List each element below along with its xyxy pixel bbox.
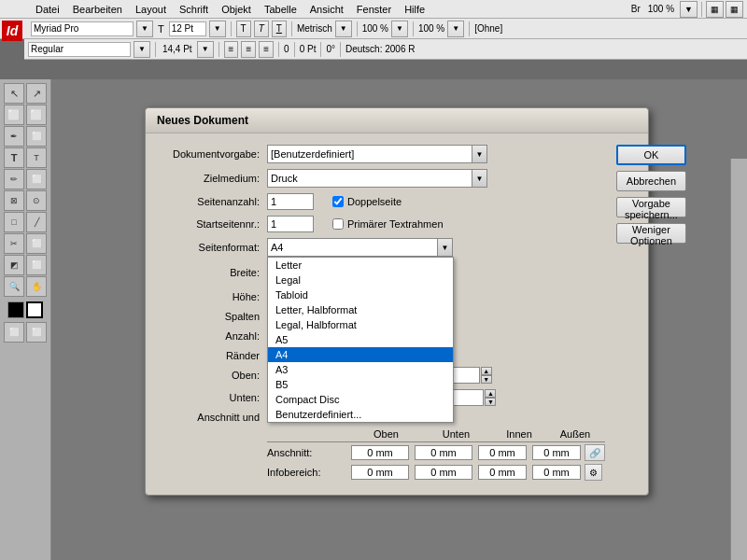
main-area: Neues Dokument Dokumentvorgabe: [Benutze… xyxy=(51,79,747,560)
dokumentvorgabe-select[interactable]: [Benutzerdefiniert] ▼ xyxy=(267,145,487,163)
menu-bearbeiten[interactable]: Bearbeiten xyxy=(67,2,128,17)
infobereich-unten-input[interactable] xyxy=(415,465,472,480)
pencil-tool[interactable]: ✏ xyxy=(4,169,24,189)
menu-hilfe[interactable]: Hilfe xyxy=(399,2,430,17)
seitenformat-value[interactable]: A4 xyxy=(267,238,438,257)
infobereich-oben-input[interactable] xyxy=(351,465,409,480)
anschnitt-unten-input[interactable] xyxy=(415,445,472,460)
seitenformat-wrapper: A4 ▼ Letter Legal Tabloid Letter, Halbfo… xyxy=(267,238,453,257)
seitenanzahl-input[interactable] xyxy=(267,193,314,210)
menu-ansicht[interactable]: Ansicht xyxy=(304,2,349,17)
raender-label: Ränder xyxy=(157,350,260,361)
seitenformat-select[interactable]: A4 ▼ xyxy=(267,238,453,257)
scissors-tool[interactable]: ✂ xyxy=(4,233,24,254)
font-size-btn[interactable]: ▼ xyxy=(209,21,226,37)
font-size-input[interactable] xyxy=(169,21,206,36)
type-tool[interactable]: T xyxy=(4,147,24,168)
zielmedium-arrow[interactable]: ▼ xyxy=(472,169,487,188)
align-btn1[interactable]: ≡ xyxy=(224,41,239,58)
new-document-dialog: Neues Dokument Dokumentvorgabe: [Benutze… xyxy=(145,107,649,496)
aussen-down[interactable]: ▼ xyxy=(485,398,496,406)
align-btn3[interactable]: ≡ xyxy=(259,41,274,58)
format-btn[interactable]: ▼ xyxy=(335,21,352,37)
menu-objekt[interactable]: Objekt xyxy=(216,2,257,17)
underline-btn[interactable]: T xyxy=(272,21,287,37)
anschnitt-innen-input[interactable] xyxy=(478,445,527,460)
percent2-btn[interactable]: ▼ xyxy=(447,21,464,37)
page-tool[interactable]: ⬜ xyxy=(4,105,24,125)
align-btn2[interactable]: ≡ xyxy=(241,41,256,58)
add-anchor-tool[interactable]: ⬜ xyxy=(26,126,47,147)
weniger-button[interactable]: Weniger Optionen xyxy=(616,223,686,244)
size2-btn[interactable]: ▼ xyxy=(197,41,214,58)
ok-button[interactable]: OK xyxy=(616,145,686,165)
ellipse-frame-tool[interactable]: ⊙ xyxy=(26,190,47,211)
dokumentvorgabe-value[interactable]: [Benutzerdefiniert] xyxy=(267,145,472,163)
menu-layout[interactable]: Layout xyxy=(130,2,172,17)
select-tool[interactable]: ↖ xyxy=(4,83,24,104)
swatch-tool[interactable]: ⬜ xyxy=(26,255,47,275)
dropdown-a5[interactable]: A5 xyxy=(268,332,453,347)
menu-tabelle[interactable]: Tabelle xyxy=(259,2,303,17)
chain-btn[interactable]: 🔗 xyxy=(585,444,605,461)
dropdown-legal-half[interactable]: Legal, Halbformat xyxy=(268,317,453,332)
style-input[interactable] xyxy=(28,42,131,57)
bold-btn[interactable]: T xyxy=(236,21,251,37)
hand-tool[interactable]: ✋ xyxy=(26,276,47,297)
gradient-tool[interactable]: ◩ xyxy=(4,255,24,275)
direct-select-tool[interactable]: ↗ xyxy=(26,83,47,104)
dropdown-a4[interactable]: A4 xyxy=(268,347,453,362)
style-btn[interactable]: ▼ xyxy=(134,41,150,58)
dropdown-letter-half[interactable]: Letter, Halbformat xyxy=(268,302,453,317)
pen-tool[interactable]: ✒ xyxy=(4,126,24,147)
type-path-tool[interactable]: T xyxy=(26,147,47,168)
font-name-input[interactable] xyxy=(31,21,134,36)
seitenformat-arrow[interactable]: ▼ xyxy=(438,238,453,257)
dokumentvorgabe-arrow[interactable]: ▼ xyxy=(472,145,487,163)
infobereich-innen-input[interactable] xyxy=(478,465,527,480)
font-name-btn[interactable]: ▼ xyxy=(136,21,153,37)
fill-color[interactable] xyxy=(7,301,24,318)
view-btn2[interactable]: ▦ xyxy=(726,1,743,18)
rect-frame-tool[interactable]: ⊠ xyxy=(4,190,24,211)
anschnitt-oben-input[interactable] xyxy=(351,445,409,460)
normal-mode[interactable]: ⬜ xyxy=(4,322,24,343)
dialog-title: Neues Dokument xyxy=(146,108,648,133)
menu-schrift[interactable]: Schrift xyxy=(174,2,214,17)
chain-btn2[interactable]: ⚙ xyxy=(585,464,602,481)
innen-up[interactable]: ▲ xyxy=(481,367,492,375)
menu-datei[interactable]: Datei xyxy=(30,2,65,17)
view-btn1[interactable]: ▦ xyxy=(706,1,724,18)
startseitennr-input[interactable] xyxy=(267,216,314,232)
aussen-up[interactable]: ▲ xyxy=(485,389,496,398)
dropdown-tabloid[interactable]: Tabloid xyxy=(268,287,453,302)
free-transform-tool[interactable]: ⬜ xyxy=(26,233,47,254)
primaer-checkbox[interactable] xyxy=(332,218,344,230)
dropdown-b5[interactable]: B5 xyxy=(268,377,453,392)
vorgabe-button[interactable]: Vorgabe speichern... xyxy=(616,197,686,217)
infobereich-aussen-input[interactable] xyxy=(532,465,581,480)
percent1-btn[interactable]: ▼ xyxy=(391,21,408,37)
line-tool[interactable]: ╱ xyxy=(26,212,47,232)
italic-btn[interactable]: T xyxy=(254,21,269,37)
zielmedium-value[interactable]: Druck xyxy=(267,169,472,188)
abbrechen-button[interactable]: Abbrechen xyxy=(616,171,686,191)
dropdown-letter[interactable]: Letter xyxy=(268,258,453,273)
smooth-tool[interactable]: ⬜ xyxy=(26,169,47,189)
dropdown-compact-disc[interactable]: Compact Disc xyxy=(268,392,453,407)
doppelseite-checkbox[interactable] xyxy=(332,196,344,207)
preview-mode[interactable]: ⬜ xyxy=(26,322,47,343)
stroke-color[interactable] xyxy=(26,301,43,318)
gap-tool[interactable]: ⬜ xyxy=(26,105,47,125)
menu-fenster[interactable]: Fenster xyxy=(351,2,397,17)
zoom-down-btn[interactable]: ▼ xyxy=(680,1,698,18)
innen-down[interactable]: ▼ xyxy=(481,375,492,384)
dropdown-a3[interactable]: A3 xyxy=(268,362,453,377)
anschnitt-aussen-input[interactable] xyxy=(532,445,581,460)
rect-tool[interactable]: □ xyxy=(4,212,24,232)
dropdown-benutzerdefiniert[interactable]: Benutzerdefiniert... xyxy=(268,407,453,422)
tracking-label: 0 xyxy=(284,44,289,54)
zoom-tool[interactable]: 🔍 xyxy=(4,276,24,297)
zielmedium-select[interactable]: Druck ▼ xyxy=(267,169,487,188)
dropdown-legal[interactable]: Legal xyxy=(268,273,453,287)
